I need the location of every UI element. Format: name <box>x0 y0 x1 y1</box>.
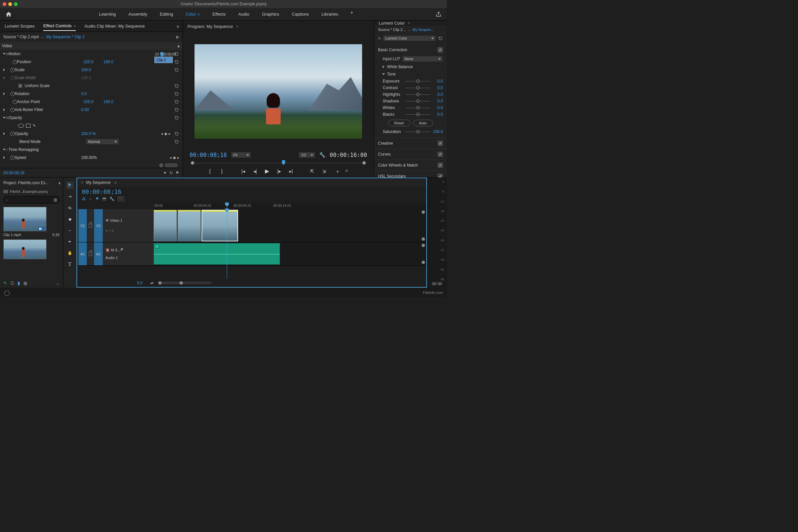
list-view-icon[interactable]: ☰ <box>10 281 14 286</box>
wrench-icon[interactable]: 🔧 <box>319 152 325 158</box>
next-key-icon[interactable]: ▸ <box>177 155 179 160</box>
contrast-slider[interactable] <box>405 86 430 90</box>
a1-target[interactable]: A1 <box>94 242 102 265</box>
clip-thumbnail[interactable] <box>3 240 46 259</box>
anchor-y[interactable]: 180.0 <box>103 99 124 104</box>
input-lut-select[interactable]: None <box>402 56 443 62</box>
ws-libraries[interactable]: Libraries <box>318 10 341 19</box>
ws-audio[interactable]: Audio <box>235 10 253 19</box>
highlights-value[interactable]: 0.0 <box>432 92 443 97</box>
ws-menu-icon[interactable]: ≡ <box>197 12 200 16</box>
motion-label[interactable]: Motion <box>8 52 75 56</box>
panel-menu-icon[interactable]: ≡ <box>236 25 239 28</box>
add-key-icon[interactable]: ◆ <box>173 155 176 160</box>
sort-icon[interactable]: ⌄ <box>56 281 59 286</box>
reset-icon[interactable] <box>174 99 179 104</box>
lumetri-seq[interactable]: My Sequen... <box>413 27 434 32</box>
mic-icon[interactable]: 🎤 <box>119 248 124 252</box>
tab-lumetri-scopes[interactable]: Lumetri Scopes <box>5 24 35 28</box>
prev-key-icon[interactable]: ◂ <box>170 155 172 160</box>
video-clip-1[interactable] <box>154 210 177 241</box>
caret-icon[interactable] <box>3 108 5 111</box>
panel-menu-icon[interactable]: ≡ <box>114 181 116 185</box>
timeline-timecode[interactable]: 00:00:08;16 <box>82 188 121 195</box>
ripple-tool-icon[interactable]: ⇆ <box>66 204 74 211</box>
curves-section[interactable]: Curves <box>378 152 391 157</box>
reset-icon[interactable] <box>174 92 179 96</box>
anchor-x[interactable]: 320.0 <box>83 99 103 104</box>
razor-tool-icon[interactable]: ◆ <box>66 215 74 223</box>
new-bin-icon[interactable]: ▦ <box>54 197 57 202</box>
tab-effect-controls[interactable]: Effect Controls ≡ <box>43 23 76 31</box>
slip-tool-icon[interactable]: ↔ <box>66 227 74 234</box>
close-tab-icon[interactable]: × <box>81 180 83 185</box>
opacity-header[interactable]: Opacity <box>8 115 75 120</box>
stopwatch-icon[interactable] <box>13 60 17 64</box>
marker-icon[interactable]: ⚑ <box>95 196 99 201</box>
reset-icon[interactable] <box>174 131 179 136</box>
reset-icon[interactable] <box>174 108 179 112</box>
video-clip-3-selected[interactable] <box>202 210 238 241</box>
blacks-value[interactable]: 0.0 <box>432 112 443 117</box>
highlights-slider[interactable] <box>405 92 430 97</box>
current-timecode[interactable]: 00:00:08;16 <box>190 152 227 158</box>
keyframe-prev-icon[interactable]: ◂ <box>106 228 108 232</box>
resolution-select[interactable]: 1/2 <box>299 152 315 158</box>
step-forward-icon[interactable]: |▸ <box>276 169 282 174</box>
add-key-icon[interactable]: ◆ <box>164 131 167 136</box>
tag-icon[interactable]: ⚑ <box>175 171 179 175</box>
position-x[interactable]: 320.0 <box>83 59 103 64</box>
panel-overflow-icon[interactable]: ›› <box>177 24 178 29</box>
ws-assembly[interactable]: Assembly <box>125 10 150 19</box>
stopwatch-icon[interactable] <box>10 92 15 96</box>
caret-icon[interactable] <box>3 92 5 95</box>
tone-label[interactable]: Tone <box>387 72 396 76</box>
panel-menu-icon[interactable]: ≡ <box>73 24 76 28</box>
go-to-out-icon[interactable]: ▸| <box>288 169 294 174</box>
speed-value[interactable]: 100.00% <box>81 155 97 160</box>
clip-name[interactable]: Clip 1.mp4 <box>3 233 21 237</box>
m-button[interactable]: M <box>111 248 114 252</box>
lock-track-icon[interactable] <box>89 224 92 228</box>
insert-icon[interactable]: ⬒ <box>102 196 106 201</box>
white-balance-label[interactable]: White Balance <box>387 64 413 69</box>
creative-section[interactable]: Creative <box>378 141 393 146</box>
shadows-slider[interactable] <box>405 99 430 103</box>
saturation-value[interactable]: 100.0 <box>432 129 443 134</box>
timeline-ruler[interactable]: ;00:00 00:00:04:23 00:00:09:23 00:00:14:… <box>154 203 426 209</box>
colorwheels-section[interactable]: Color Wheels & Match <box>378 163 418 168</box>
icon-view-icon[interactable]: ▮ <box>18 281 20 286</box>
sync-lock-icon[interactable]: ⇌ <box>150 281 154 285</box>
dropdown-icon[interactable]: ⌄ <box>407 27 411 32</box>
sequence-tab[interactable]: My Sequence <box>86 180 110 185</box>
video-preview[interactable] <box>194 44 362 139</box>
loop-icon[interactable]: ↻ <box>170 171 173 175</box>
timeline-playhead[interactable] <box>227 209 227 279</box>
caret-icon[interactable] <box>3 117 6 119</box>
lumetri-effect-select[interactable]: Lumetri Color <box>383 35 436 41</box>
curves-toggle[interactable] <box>438 152 443 157</box>
sequence-clip-label[interactable]: My Sequence * Clip 2 <box>46 35 84 39</box>
stopwatch-icon[interactable] <box>10 156 15 160</box>
mini-clip[interactable]: Clip 2 <box>154 57 173 63</box>
play-icon[interactable]: ▶ <box>176 35 179 39</box>
ws-effects[interactable]: Effects <box>209 10 229 19</box>
export-icon[interactable] <box>436 11 441 17</box>
zoom-value[interactable]: 0.0 <box>137 281 142 285</box>
collapse-up-icon[interactable]: ▲ <box>176 43 180 48</box>
zoom-select[interactable]: Fit <box>231 152 251 158</box>
next-key-icon[interactable]: ▸ <box>169 131 171 136</box>
caret-icon[interactable] <box>3 69 5 71</box>
flicker-value[interactable]: 0.00 <box>81 108 101 112</box>
panel-overflow-icon[interactable]: ›› <box>58 180 59 186</box>
ws-color[interactable]: Color ≡ <box>182 10 203 19</box>
playhead[interactable] <box>227 203 227 209</box>
blacks-slider[interactable] <box>405 112 430 117</box>
pen-tool-icon[interactable]: ✎ <box>3 281 7 286</box>
basic-correction-header[interactable]: Basic Correction <box>378 48 407 52</box>
zoom-slider[interactable] <box>158 282 211 284</box>
reset-icon[interactable] <box>174 68 179 73</box>
minimize-window[interactable] <box>8 2 12 6</box>
position-y[interactable]: 180.0 <box>103 59 124 64</box>
stopwatch-icon[interactable] <box>13 100 17 104</box>
